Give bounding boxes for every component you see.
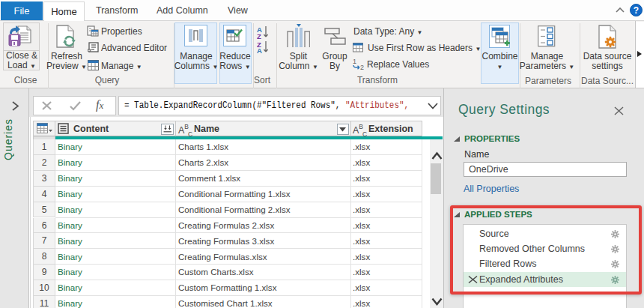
svg-text:A: A <box>257 46 262 53</box>
svg-text:Z: Z <box>257 32 261 40</box>
svg-text:1: 1 <box>353 58 356 65</box>
svg-text:2: 2 <box>360 64 364 70</box>
